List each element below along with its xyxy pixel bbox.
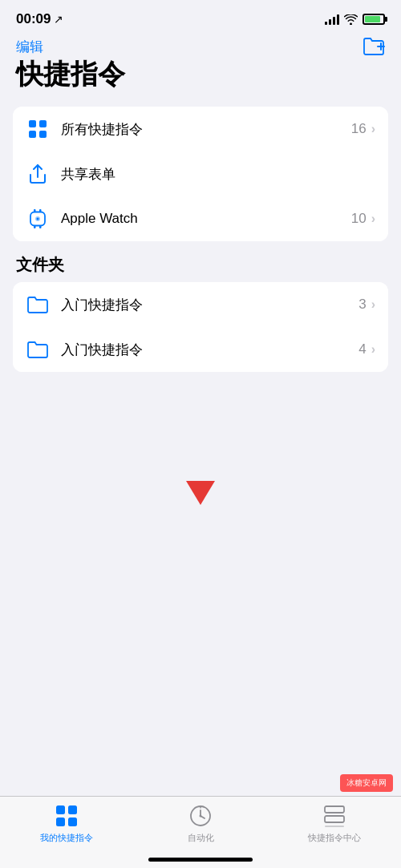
chevron-icon: › <box>371 342 375 357</box>
home-indicator <box>148 858 253 862</box>
status-time: 00:09 <box>16 11 51 27</box>
svg-rect-19 <box>325 806 344 813</box>
watch-icon <box>26 207 50 231</box>
svg-point-12 <box>37 218 39 220</box>
gallery-tab-icon <box>322 803 347 829</box>
all-shortcuts-item[interactable]: 所有快捷指令 16 › <box>13 107 388 151</box>
main-list-section: 所有快捷指令 16 › 共享表单 <box>13 107 388 241</box>
folder-item-1[interactable]: 入门快捷指令 3 › <box>13 282 388 327</box>
folder-2-label: 入门快捷指令 <box>61 341 358 359</box>
folders-section: 文件夹 入门快捷指令 3 › 入门快捷指令 4 › <box>13 254 388 372</box>
apple-watch-label: Apple Watch <box>61 211 351 227</box>
edit-button[interactable]: 编辑 <box>16 38 43 56</box>
my-shortcuts-tab-label: 我的快捷指令 <box>40 832 93 844</box>
all-shortcuts-label: 所有快捷指令 <box>61 120 351 139</box>
automation-tab-icon <box>188 803 213 829</box>
folder-1-label: 入门快捷指令 <box>61 296 358 314</box>
svg-rect-21 <box>325 826 344 827</box>
svg-rect-14 <box>68 805 77 814</box>
header: 编辑 快捷指令 <box>0 34 401 94</box>
automation-tab-label: 自动化 <box>188 832 214 844</box>
add-folder-button[interactable] <box>363 37 385 56</box>
chevron-icon: › <box>371 297 375 312</box>
share-list-label: 共享表单 <box>61 165 375 184</box>
folder-icon-1 <box>26 293 50 317</box>
wifi-icon <box>344 14 358 25</box>
all-shortcuts-count: 16 <box>351 121 367 137</box>
svg-rect-5 <box>39 131 47 138</box>
my-shortcuts-tab-icon <box>54 803 79 829</box>
folder-2-count: 4 <box>358 341 366 357</box>
folders-title: 文件夹 <box>13 254 388 276</box>
share-icon <box>26 162 50 186</box>
main-list-card: 所有快捷指令 16 › 共享表单 <box>13 107 388 241</box>
battery-icon <box>363 14 385 25</box>
apple-watch-item[interactable]: Apple Watch 10 › <box>13 196 388 241</box>
tab-automation[interactable]: 自动化 <box>134 803 268 844</box>
svg-rect-13 <box>56 805 65 814</box>
location-arrow-icon: ↗ <box>54 13 63 26</box>
page-title: 快捷指令 <box>16 59 385 89</box>
folder-icon-2 <box>26 337 50 361</box>
status-bar: 00:09 ↗ <box>0 0 401 34</box>
chevron-icon: › <box>371 122 375 136</box>
arrow-head <box>186 481 215 505</box>
gallery-tab-label: 快捷指令中心 <box>308 832 361 844</box>
svg-rect-3 <box>39 120 47 127</box>
svg-rect-4 <box>29 131 36 138</box>
svg-rect-15 <box>56 818 65 826</box>
chevron-icon: › <box>371 212 375 226</box>
status-icons <box>325 14 385 25</box>
folder-item-2[interactable]: 入门快捷指令 4 › <box>13 327 388 372</box>
svg-point-18 <box>200 815 202 818</box>
tab-gallery[interactable]: 快捷指令中心 <box>267 803 401 844</box>
grid-icon <box>26 117 50 141</box>
svg-rect-16 <box>68 818 77 826</box>
share-list-item[interactable]: 共享表单 <box>13 151 388 196</box>
folders-list-card: 入门快捷指令 3 › 入门快捷指令 4 › <box>13 282 388 372</box>
apple-watch-count: 10 <box>351 211 367 227</box>
header-top: 编辑 <box>16 37 385 56</box>
folder-1-count: 3 <box>358 297 366 313</box>
svg-rect-2 <box>29 120 36 127</box>
signal-icon <box>325 14 339 25</box>
svg-rect-20 <box>325 816 344 822</box>
tab-my-shortcuts[interactable]: 我的快捷指令 <box>0 803 134 844</box>
watermark: 冰糖安卓网 <box>340 774 393 792</box>
